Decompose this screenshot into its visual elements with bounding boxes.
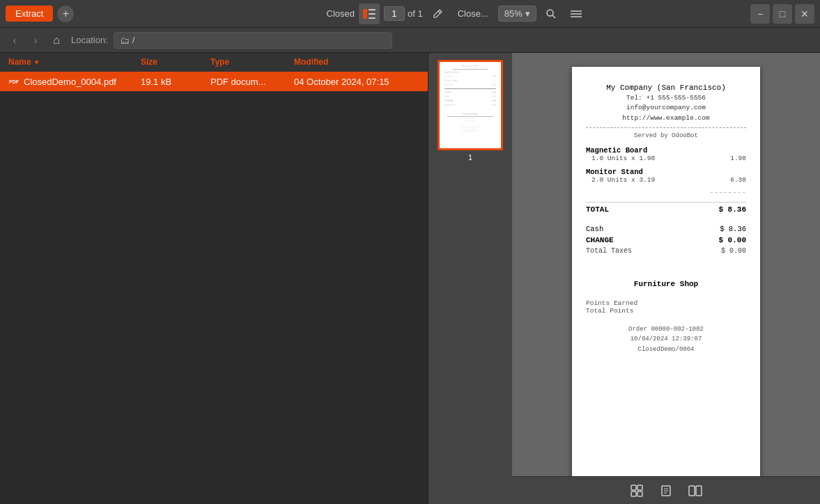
svg-rect-2 [369,13,376,15]
pdf-total-label: TOTAL [586,205,609,214]
window-controls: − □ ✕ [750,4,814,24]
svg-rect-0 [363,9,367,19]
thumbnail-page-1[interactable]: My Company (SF) Magnetic Board 1 x 1.981… [438,60,503,162]
two-page-button[interactable] [683,480,707,501]
col-name-label: Name [8,57,31,67]
svg-rect-11 [637,485,642,490]
page-number-input[interactable]: 1 [384,6,405,21]
grid-view-button[interactable] [625,480,649,501]
pdf-taxes-amount: $ 0.00 [721,247,746,255]
col-size-label: Size [141,57,157,67]
pdf-section-title: Furniture Shop [586,280,746,288]
svg-rect-1 [369,9,376,10]
menu-button[interactable] [566,3,587,24]
col-type-label: Type [210,57,229,67]
svg-point-5 [547,10,553,16]
pdf-order-ref: ClosedDemo/0004 [586,345,746,354]
svg-rect-19 [696,486,702,496]
pdf-panel: My Company (SF) Magnetic Board 1 x 1.981… [428,53,820,504]
col-header-modified[interactable]: Modified [294,57,419,67]
main-area: Name ▼ Size Type Modified PDF ClosedDemo… [0,53,820,504]
zoom-arrow-icon: ▾ [525,8,530,19]
window-close-button[interactable]: ✕ [795,4,814,24]
pdf-company-email: info@yourcompany.com [586,103,746,113]
page-total-label: of 1 [408,8,423,19]
svg-rect-18 [689,486,695,496]
pdf-cash-amount: $ 8.36 [720,225,746,233]
pdf-served-by: Served by OdooBot [586,132,746,139]
file-list: PDF ClosedDemo_0004.pdf 19.1 kB PDF docu… [0,72,428,504]
pdf-change-amount: $ 0.00 [718,236,746,244]
nav-bar: ‹ › ⌂ Location: 🗂 / [0,28,820,53]
col-header-type[interactable]: Type [210,57,294,67]
pdf-file-icon: PDF [8,76,20,87]
annotate-button[interactable] [427,3,448,24]
pdf-taxes-row: Total Taxes $ 0.00 [586,247,746,255]
col-header-name[interactable]: Name ▼ [8,57,141,67]
svg-rect-12 [631,491,636,496]
pdf-document: My Company (San Francisco) Tel: +1 555-5… [572,67,760,476]
minimize-button[interactable]: − [750,4,770,24]
home-button[interactable]: ⌂ [47,31,65,49]
search-icon [546,8,557,19]
folder-icon: 🗂 [120,35,130,46]
location-label: Location: [71,35,108,45]
pdf-item-2-detail: 2.0 Units x 3.19 6.38 [591,176,746,184]
pdf-change-label: CHANGE [586,236,614,244]
zoom-level-label: 85% [504,8,523,19]
pdf-view-area: My Company (San Francisco) Tel: +1 555-5… [512,53,820,504]
pdf-divider-1 [586,127,746,128]
search-button[interactable] [541,3,562,24]
pdf-taxes-label: Total Taxes [586,247,632,255]
sort-arrow-icon: ▼ [33,58,40,66]
hamburger-icon [571,10,582,18]
pdf-order-info: Order 00000-002-1002 10/04/2024 12:39:07… [586,324,746,354]
thumbnail-page-number: 1 [468,153,472,162]
fit-page-button[interactable] [654,480,678,501]
table-row[interactable]: PDF ClosedDemo_0004.pdf 19.1 kB PDF docu… [0,72,428,91]
pdf-company-tel: Tel: +1 555-555-5556 [586,93,746,103]
file-name: ClosedDemo_0004.pdf [24,77,116,87]
pdf-company-name: My Company (San Francisco) [586,84,746,92]
pdf-bottom-toolbar [512,476,820,504]
pdf-content-area[interactable]: My Company (San Francisco) Tel: +1 555-5… [512,53,820,476]
forward-button[interactable]: › [26,31,45,49]
pdf-item-1-name: Magnetic Board [586,146,746,155]
fit-page-icon [660,485,672,497]
file-type: PDF docum... [210,77,294,87]
pdf-loyalty-earned-row: Points Earned [586,299,746,307]
pdf-loyalty-total-label: Total Points [586,307,633,315]
pdf-item-1-detail: 1.0 Units x 1.98 1.98 [591,155,746,162]
pdf-item-2-name: Monitor Stand [586,168,746,176]
file-modified: 04 October 2024, 07:15 [294,77,419,87]
back-button[interactable]: ‹ [6,31,24,49]
svg-rect-3 [369,17,376,19]
pdf-loyalty-earned-label: Points Earned [586,299,637,307]
col-header-size[interactable]: Size [141,57,210,67]
location-path: / [132,35,135,45]
closed-label: Closed [327,8,355,19]
thumbnail-image: My Company (SF) Magnetic Board 1 x 1.981… [440,62,501,148]
pen-icon [432,8,443,19]
col-modified-label: Modified [294,57,328,67]
sidebar-toggle-button[interactable] [359,3,380,24]
pdf-cash-label: Cash [586,225,603,233]
two-page-icon [688,485,702,497]
pdf-company-website: http://www.example.com [586,113,746,123]
close-button[interactable]: Close... [452,3,494,24]
extract-button[interactable]: Extract [6,6,53,22]
add-button[interactable]: + [57,6,74,22]
svg-line-6 [552,15,555,18]
zoom-selector[interactable]: 85% ▾ [498,6,536,22]
location-box: 🗂 / [114,32,392,49]
top-toolbar: Extract + Closed 1 of 1 Close... 85% ▾ [0,0,820,28]
pdf-loyalty-total-row: Total Points [586,307,746,315]
file-size: 19.1 kB [141,77,210,87]
pdf-order-date: 10/04/2024 12:39:07 [586,334,746,344]
svg-rect-10 [631,485,636,490]
grid-icon [631,485,643,497]
pdf-order-number: Order 00000-002-1002 [586,324,746,334]
pdf-total-row: TOTAL $ 8.36 [586,202,746,214]
maximize-button[interactable]: □ [773,4,792,24]
svg-rect-13 [637,491,642,496]
